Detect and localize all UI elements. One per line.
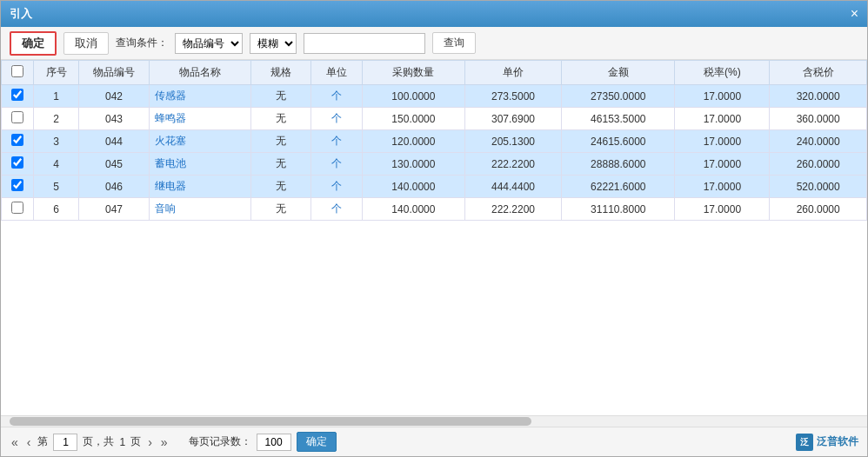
cell-price: 444.4400	[464, 176, 562, 198]
header-amount: 金额	[562, 61, 675, 85]
row-checkbox-cell[interactable]	[2, 130, 34, 153]
cell-unit: 个	[310, 85, 362, 108]
cell-tax: 17.0000	[675, 153, 770, 176]
cell-name: 蜂鸣器	[149, 108, 251, 130]
row-checkbox[interactable]	[11, 179, 23, 191]
prev-page-button[interactable]: ‹	[25, 435, 33, 449]
first-page-button[interactable]: «	[10, 435, 20, 449]
data-table: 序号 物品编号 物品名称 规格 单位 采购数量 单价 金额 税率(%) 含税价 …	[1, 60, 867, 221]
page-suffix: 页	[130, 434, 141, 449]
header-qty: 采购数量	[363, 61, 465, 85]
records-per-page-input[interactable]	[257, 434, 291, 451]
cell-spec: 无	[251, 176, 310, 198]
row-checkbox-cell[interactable]	[2, 108, 34, 130]
cell-qty: 150.0000	[363, 108, 465, 130]
header-code: 物品编号	[79, 61, 150, 85]
cell-spec: 无	[251, 108, 310, 130]
cell-taxprice: 260.0000	[770, 198, 867, 221]
header-price: 单价	[464, 61, 562, 85]
row-checkbox[interactable]	[11, 134, 23, 146]
search-input[interactable]	[304, 33, 425, 54]
table-row[interactable]: 4 045 蓄电池 无 个 130.0000 222.2200 28888.60…	[2, 153, 867, 176]
cell-code: 042	[79, 85, 150, 108]
header-unit: 单位	[310, 61, 362, 85]
cell-unit: 个	[310, 153, 362, 176]
dialog-title: 引入	[10, 6, 32, 22]
logo-area: 泛 泛普软件	[796, 434, 858, 451]
cell-taxprice: 520.0000	[770, 176, 867, 198]
cell-seq: 6	[34, 198, 79, 221]
header-tax: 税率(%)	[675, 61, 770, 85]
cell-spec: 无	[251, 198, 310, 221]
cell-amount: 28888.6000	[562, 153, 675, 176]
logo-icon: 泛	[796, 434, 813, 451]
next-page-button[interactable]: ›	[146, 435, 154, 449]
cell-amount: 62221.6000	[562, 176, 675, 198]
cell-price: 205.1300	[464, 130, 562, 153]
cell-tax: 17.0000	[675, 130, 770, 153]
cancel-button[interactable]: 取消	[63, 32, 109, 55]
cell-code: 046	[79, 176, 150, 198]
scrollbar-thumb[interactable]	[10, 417, 531, 426]
cell-qty: 100.0000	[363, 85, 465, 108]
header-taxprice: 含税价	[770, 61, 867, 85]
cell-taxprice: 360.0000	[770, 108, 867, 130]
cell-tax: 17.0000	[675, 85, 770, 108]
cell-unit: 个	[310, 108, 362, 130]
header-seq: 序号	[34, 61, 79, 85]
cell-qty: 120.0000	[363, 130, 465, 153]
cell-seq: 2	[34, 108, 79, 130]
footer-confirm-button[interactable]: 确定	[297, 432, 337, 452]
cell-unit: 个	[310, 130, 362, 153]
header-name: 物品名称	[149, 61, 251, 85]
header-checkbox-cell	[2, 61, 34, 85]
cell-spec: 无	[251, 130, 310, 153]
row-checkbox-cell[interactable]	[2, 153, 34, 176]
cell-code: 047	[79, 198, 150, 221]
footer: « ‹ 第 页，共 1 页 › » 每页记录数： 确定 泛 泛普软件	[1, 427, 867, 456]
cell-tax: 17.0000	[675, 108, 770, 130]
row-checkbox-cell[interactable]	[2, 176, 34, 198]
page-number-input[interactable]	[53, 434, 77, 451]
toolbar: 确定 取消 查询条件： 物品编号 物品名称 规格 模糊 精确 查询	[1, 27, 867, 60]
cell-name: 音响	[149, 198, 251, 221]
confirm-button[interactable]: 确定	[10, 31, 57, 56]
close-button[interactable]: ×	[851, 7, 858, 21]
table-row[interactable]: 3 044 火花塞 无 个 120.0000 205.1300 24615.60…	[2, 130, 867, 153]
table-row[interactable]: 2 043 蜂鸣器 无 个 150.0000 307.6900 46153.50…	[2, 108, 867, 130]
cell-amount: 46153.5000	[562, 108, 675, 130]
row-checkbox-cell[interactable]	[2, 85, 34, 108]
cell-qty: 140.0000	[363, 198, 465, 221]
cell-tax: 17.0000	[675, 198, 770, 221]
table-row[interactable]: 1 042 传感器 无 个 100.0000 273.5000 27350.00…	[2, 85, 867, 108]
row-checkbox[interactable]	[11, 156, 23, 169]
table-row[interactable]: 5 046 继电器 无 个 140.0000 444.4400 62221.60…	[2, 176, 867, 198]
cell-amount: 27350.0000	[562, 85, 675, 108]
condition-select[interactable]: 物品编号 物品名称 规格	[175, 33, 243, 54]
last-page-button[interactable]: »	[159, 435, 170, 449]
records-prefix: 每页记录数：	[189, 434, 251, 449]
cell-seq: 3	[34, 130, 79, 153]
cell-code: 043	[79, 108, 150, 130]
cell-seq: 4	[34, 153, 79, 176]
cell-unit: 个	[310, 176, 362, 198]
header-spec: 规格	[251, 61, 310, 85]
cell-spec: 无	[251, 85, 310, 108]
row-checkbox[interactable]	[11, 89, 23, 101]
logo-text: 泛普软件	[817, 434, 858, 449]
search-button[interactable]: 查询	[432, 32, 476, 54]
row-checkbox-cell[interactable]	[2, 198, 34, 221]
query-condition-label: 查询条件：	[116, 36, 168, 50]
select-all-checkbox[interactable]	[11, 65, 23, 77]
page-middle: 页，共	[83, 434, 114, 449]
horizontal-scrollbar[interactable]	[1, 416, 867, 427]
table-row[interactable]: 6 047 音响 无 个 140.0000 222.2200 31110.800…	[2, 198, 867, 221]
cell-name: 火花塞	[149, 130, 251, 153]
dialog-window: 引入 × 确定 取消 查询条件： 物品编号 物品名称 规格 模糊 精确 查询	[0, 0, 868, 457]
row-checkbox[interactable]	[11, 111, 23, 123]
fuzzy-select[interactable]: 模糊 精确	[250, 33, 297, 54]
row-checkbox[interactable]	[11, 202, 23, 214]
cell-amount: 24615.6000	[562, 130, 675, 153]
cell-name: 继电器	[149, 176, 251, 198]
cell-tax: 17.0000	[675, 176, 770, 198]
